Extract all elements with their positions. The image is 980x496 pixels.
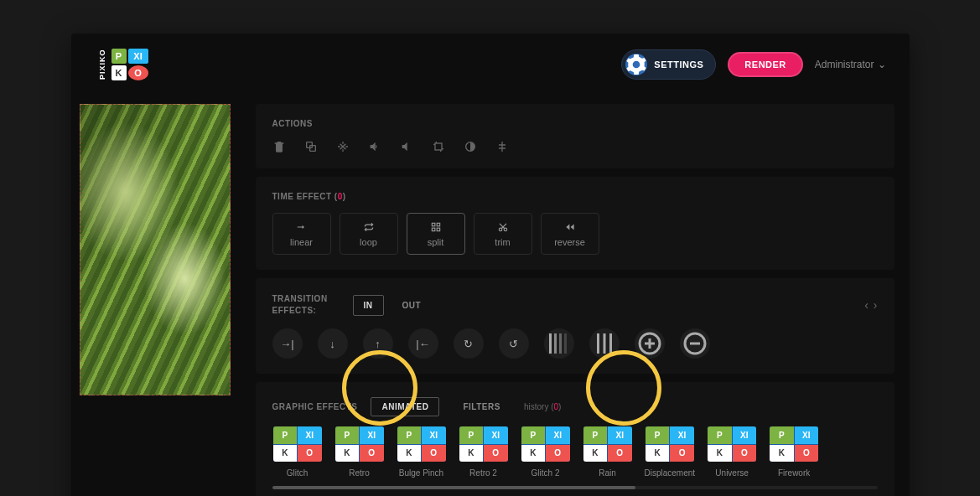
- time-effect-title: TIME EFFECT (0): [272, 192, 878, 201]
- graphic-effect-item[interactable]: PXIKOFirework: [769, 426, 819, 478]
- graphic-tab-animated[interactable]: ANIMATED: [371, 397, 439, 416]
- effect-thumb: PXIKO: [273, 426, 322, 462]
- transition-up[interactable]: ↑: [363, 328, 393, 359]
- effect-thumb: PXIKO: [397, 426, 446, 462]
- time-effect-loop[interactable]: loop: [340, 213, 398, 255]
- contrast-icon[interactable]: [464, 140, 477, 153]
- transition-fade[interactable]: [544, 328, 574, 359]
- settings-button[interactable]: SETTINGS: [621, 49, 716, 80]
- transition-left[interactable]: |←: [408, 328, 438, 359]
- effect-thumb: PXIKO: [459, 426, 508, 462]
- chevron-down-icon: ⌄: [878, 59, 886, 70]
- svg-rect-14: [597, 333, 599, 354]
- transition-prev-icon[interactable]: ‹: [864, 298, 869, 312]
- svg-rect-13: [564, 333, 567, 354]
- svg-rect-4: [432, 223, 435, 226]
- effect-label: Retro 2: [469, 468, 497, 478]
- actions-panel: ACTIONS: [256, 104, 894, 168]
- transition-rotate-cw[interactable]: ↻: [454, 328, 484, 359]
- logo: PXI PIXIKO KO: [95, 49, 148, 80]
- trim-icon: [497, 221, 509, 233]
- graphic-effects-scrollbar[interactable]: [272, 486, 878, 489]
- svg-rect-12: [559, 333, 562, 354]
- loop-icon: [363, 221, 375, 233]
- effect-label: Firework: [778, 468, 810, 478]
- svg-rect-15: [603, 333, 605, 354]
- graphic-effect-item[interactable]: PXIKOUniverse: [707, 426, 757, 478]
- graphic-effect-item[interactable]: PXIKORetro: [334, 426, 385, 478]
- effect-label: Displacement: [645, 468, 696, 478]
- effect-label: Retro: [349, 468, 369, 478]
- effect-thumb: PXIKO: [770, 426, 818, 462]
- effect-label: Bulge Pinch: [399, 468, 443, 478]
- graphic-tab-filters[interactable]: FILTERS: [453, 398, 510, 416]
- user-label: Administrator: [815, 59, 874, 70]
- canvas-preview[interactable]: [80, 104, 231, 395]
- reverse-icon: [564, 221, 576, 233]
- effect-thumb: PXIKO: [521, 426, 570, 462]
- effect-label: Glitch 2: [531, 468, 560, 478]
- time-effect-linear[interactable]: linear: [272, 213, 331, 255]
- effect-thumb: PXIKO: [583, 426, 632, 462]
- effect-thumb: PXIKO: [708, 426, 756, 462]
- transition-rotate-ccw[interactable]: ↺: [499, 328, 529, 359]
- transition-tab-in[interactable]: IN: [353, 295, 384, 316]
- time-effect-trim[interactable]: trim: [474, 213, 532, 255]
- effect-thumb: PXIKO: [335, 426, 384, 462]
- duplicate-icon[interactable]: [336, 140, 350, 153]
- graphic-effect-item[interactable]: PXIKODisplacement: [645, 426, 696, 478]
- transition-down[interactable]: ↓: [318, 328, 348, 359]
- transition-next-icon[interactable]: ›: [874, 298, 878, 312]
- graphic-effects-title: GRAPHIC EFFECTS: [272, 402, 358, 411]
- effect-label: Universe: [715, 468, 748, 478]
- graphic-effect-item[interactable]: PXIKOGlitch 2: [521, 426, 571, 478]
- graphic-history[interactable]: history (0): [524, 402, 561, 411]
- split-icon: [430, 221, 442, 233]
- transition-tab-out[interactable]: OUT: [392, 296, 432, 315]
- effect-thumb: PXIKO: [646, 426, 694, 462]
- transition-panel: TRANSITIONEFFECTS: IN OUT ‹ › →| ↓ ↑ |←: [256, 278, 894, 374]
- linear-icon: [296, 221, 308, 233]
- time-effect-panel: TIME EFFECT (0) linear loop split: [256, 177, 894, 270]
- crop-icon[interactable]: [432, 140, 445, 153]
- delete-icon[interactable]: [272, 140, 286, 153]
- time-effect-split[interactable]: split: [407, 213, 465, 255]
- effect-label: Rain: [599, 468, 616, 478]
- graphic-effect-item[interactable]: PXIKORain: [583, 426, 633, 478]
- graphic-effects-panel: GRAPHIC EFFECTS ANIMATED FILTERS history…: [256, 382, 894, 496]
- svg-rect-7: [437, 228, 440, 231]
- actions-title: ACTIONS: [272, 119, 878, 128]
- svg-rect-10: [549, 333, 552, 354]
- svg-rect-6: [432, 228, 435, 231]
- header-bar: PXI PIXIKO KO SETTINGS RENDER Administra…: [71, 34, 910, 96]
- graphic-effect-item[interactable]: PXIKOBulge Pinch: [397, 426, 447, 478]
- align-icon[interactable]: [495, 140, 509, 153]
- render-button[interactable]: RENDER: [728, 52, 802, 77]
- svg-rect-11: [554, 333, 557, 354]
- transition-zoom-in[interactable]: [635, 328, 665, 359]
- graphic-effect-item[interactable]: PXIKORetro 2: [459, 426, 509, 478]
- volume-on-icon[interactable]: [368, 140, 381, 153]
- transition-zoom-out[interactable]: [680, 328, 710, 359]
- transition-blinds[interactable]: [589, 328, 620, 359]
- app-window: PXI PIXIKO KO SETTINGS RENDER Administra…: [71, 34, 910, 496]
- gear-icon: [625, 54, 647, 75]
- effect-label: Glitch: [287, 468, 309, 478]
- svg-rect-5: [437, 223, 440, 226]
- graphic-effect-item[interactable]: PXIKOGlitch: [272, 426, 323, 478]
- tile-icon[interactable]: [304, 140, 318, 153]
- transition-title: TRANSITIONEFFECTS:: [272, 293, 338, 317]
- settings-label: SETTINGS: [654, 59, 703, 70]
- time-effect-reverse[interactable]: reverse: [541, 213, 599, 255]
- transition-right[interactable]: →|: [272, 328, 303, 359]
- volume-off-icon[interactable]: [400, 140, 413, 153]
- svg-rect-16: [609, 333, 612, 354]
- user-dropdown[interactable]: Administrator ⌄: [815, 59, 886, 70]
- svg-rect-2: [435, 143, 442, 150]
